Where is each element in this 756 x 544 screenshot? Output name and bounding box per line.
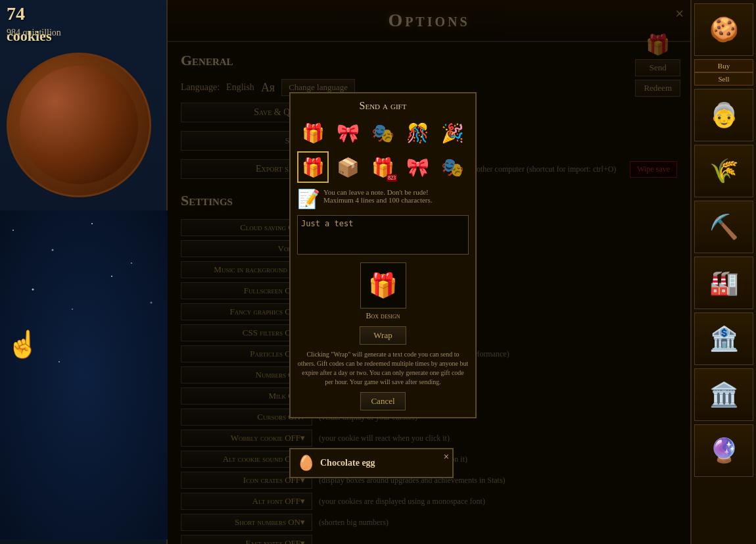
svg-point-9 bbox=[59, 361, 60, 362]
svg-point-3 bbox=[131, 262, 132, 264]
cookie-texture bbox=[9, 55, 149, 195]
right-item-cookie[interactable]: 🍪 bbox=[694, 3, 753, 56]
buy-button[interactable]: Buy bbox=[694, 59, 753, 72]
grandma-icon: 👵 bbox=[709, 101, 739, 129]
farm-icon: 🌾 bbox=[709, 157, 739, 185]
background-stars bbox=[0, 210, 168, 539]
cookie-subcount: 984 quintillion bbox=[7, 28, 61, 38]
cookie-count: 74 cookies bbox=[7, 3, 51, 45]
gift-grid: 🎁 🎀 🎭 🎊 🎉 🎁 📦 🎁 823 🎀 🎭 bbox=[297, 117, 469, 183]
right-item-factory[interactable]: 🏭 bbox=[694, 257, 753, 309]
svg-point-4 bbox=[32, 289, 34, 291]
toast-title: Chocolate egg bbox=[320, 458, 375, 468]
cookie-shop-icon: 🍪 bbox=[709, 16, 739, 43]
right-item-farm[interactable]: 🌾 bbox=[694, 145, 753, 197]
right-sidebar: 🍪 Buy Sell 👵 🌾 ⛏️ 🏭 🏦 🏛️ 🔮 bbox=[690, 0, 756, 544]
gift-item-1[interactable]: 🎀 bbox=[332, 117, 364, 149]
svg-point-7 bbox=[151, 302, 153, 304]
buy-sell-controls: Buy Sell bbox=[694, 59, 753, 86]
gift-item-2[interactable]: 🎭 bbox=[367, 117, 398, 149]
stars-svg bbox=[0, 210, 168, 539]
gift-item-8[interactable]: 🎀 bbox=[402, 151, 433, 183]
gift-dialog: Send a gift 🎁 🎀 🎭 🎊 🎉 🎁 📦 🎁 823 🎀 🎭 📝 Yo… bbox=[289, 92, 477, 418]
right-item-bank[interactable]: 🏦 bbox=[694, 312, 753, 365]
gift-item-5[interactable]: 🎁 bbox=[297, 151, 329, 183]
hand-cursor-icon: ☝ bbox=[7, 329, 39, 360]
wrap-button[interactable]: Wrap bbox=[360, 326, 406, 345]
toast-content: Chocolate egg bbox=[320, 458, 375, 468]
svg-point-2 bbox=[91, 223, 93, 224]
right-item-grandma[interactable]: 👵 bbox=[694, 89, 753, 141]
temple-icon: 🏛️ bbox=[709, 381, 739, 408]
svg-point-5 bbox=[72, 309, 73, 310]
svg-point-1 bbox=[52, 249, 54, 251]
gift-item-4[interactable]: 🎉 bbox=[437, 117, 468, 149]
mine-icon: ⛏️ bbox=[709, 213, 739, 241]
gift-item-0[interactable]: 🎁 bbox=[297, 117, 329, 149]
right-item-wizard[interactable]: 🔮 bbox=[694, 424, 753, 477]
gift-dialog-title: Send a gift bbox=[297, 100, 469, 112]
right-item-mine[interactable]: ⛏️ bbox=[694, 201, 753, 253]
note-icon: 📝 bbox=[297, 188, 320, 210]
box-design-area: 🎁 Box design bbox=[297, 262, 469, 321]
sell-button[interactable]: Sell bbox=[694, 72, 753, 86]
gift-note-textarea[interactable]: Just a test bbox=[297, 215, 469, 255]
bank-icon: 🏦 bbox=[709, 325, 739, 353]
box-design-label: Box design bbox=[366, 311, 400, 321]
gift-note-text: You can leave a note. Don't be rude! Max… bbox=[323, 188, 469, 204]
toast-notification: 🥚 Chocolate egg × bbox=[289, 448, 454, 478]
wrap-description: Clicking "Wrap" will generate a text cod… bbox=[297, 350, 469, 387]
gift-item-3[interactable]: 🎊 bbox=[402, 117, 433, 149]
toast-close-button[interactable]: × bbox=[444, 451, 449, 462]
cookie-button[interactable] bbox=[7, 53, 151, 197]
toast-icon: 🥚 bbox=[297, 455, 315, 472]
svg-point-6 bbox=[111, 276, 112, 277]
right-item-temple[interactable]: 🏛️ bbox=[694, 368, 753, 421]
wizard-icon: 🔮 bbox=[709, 437, 739, 464]
factory-icon: 🏭 bbox=[709, 269, 739, 297]
svg-point-0 bbox=[12, 230, 14, 231]
box-design-preview[interactable]: 🎁 bbox=[360, 262, 406, 309]
gift-note-area: 📝 You can leave a note. Don't be rude! M… bbox=[297, 188, 469, 210]
cancel-button[interactable]: Cancel bbox=[360, 392, 405, 410]
left-panel: 74 cookies 984 quintillion ☝ bbox=[0, 0, 168, 544]
gift-badge: 823 bbox=[387, 174, 397, 182]
gift-item-7[interactable]: 🎁 823 bbox=[367, 151, 398, 183]
gift-item-6[interactable]: 📦 bbox=[332, 151, 364, 183]
gift-item-9[interactable]: 🎭 bbox=[437, 151, 468, 183]
